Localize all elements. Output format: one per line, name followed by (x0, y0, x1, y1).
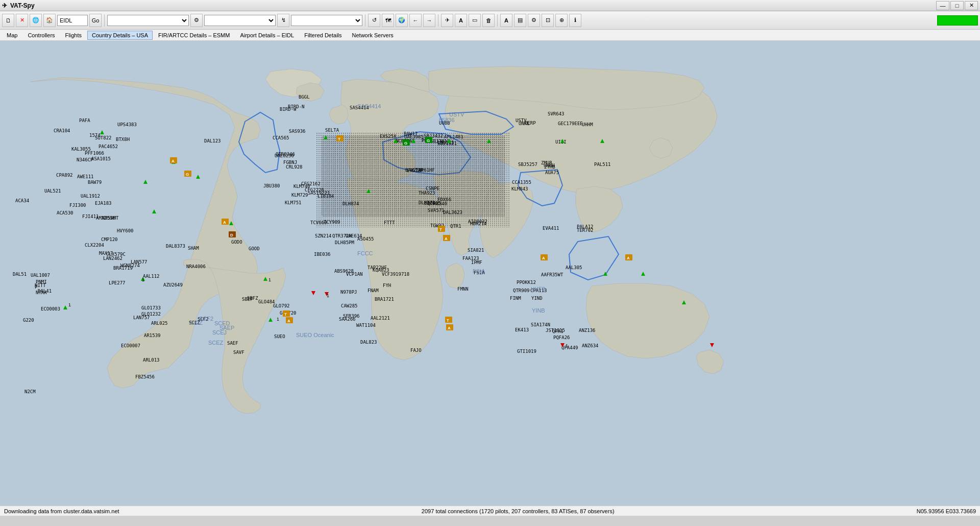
toolbar-A-btn[interactable]: A (455, 14, 467, 27)
svg-text:PAL511: PAL511 (594, 162, 611, 167)
toolbar-btn-3[interactable]: ↯ (277, 14, 289, 27)
titlebar: ✈ VAT-Spy — □ ✕ (0, 0, 980, 11)
dropdown-1[interactable] (107, 15, 189, 26)
svg-text:A: A (627, 256, 630, 260)
menu-country-details[interactable]: Country Details – USA (87, 31, 153, 40)
svg-text:ECO0003: ECO0003 (41, 306, 60, 312)
svg-text:GLO1733: GLO1733 (141, 305, 161, 310)
svg-text:P: P (35, 284, 38, 290)
minimize-button[interactable]: — (936, 1, 949, 10)
svg-text:PQFA26: PQFA26 (553, 335, 570, 340)
svg-text:FNAM: FNAM (368, 288, 379, 293)
svg-text:PAFA: PAFA (79, 118, 90, 123)
svg-text:PAC4652: PAC4652 (99, 144, 118, 149)
svg-text:1: 1 (277, 317, 279, 322)
svg-text:EXS25X: EXS25X (380, 134, 397, 139)
svg-text:SAEP: SAEP (219, 325, 234, 331)
dropdown-2[interactable] (204, 15, 276, 26)
menu-airport-details[interactable]: Airport Details – EIDL (235, 31, 299, 40)
close-button[interactable]: ✕ (965, 1, 978, 10)
svg-text:FYH: FYH (383, 283, 391, 288)
svg-text:PPOKK12: PPOKK12 (517, 280, 536, 285)
svg-text:SAS4414: SAS4414 (357, 103, 381, 109)
svg-text:GLO1232: GLO1232 (141, 312, 161, 317)
toolbar-refresh-button[interactable]: 🌐 (30, 14, 42, 27)
toolbar-A2-btn[interactable]: A (500, 14, 512, 27)
menu-flights[interactable]: Flights (61, 31, 86, 40)
titlebar-controls[interactable]: — □ ✕ (936, 1, 978, 10)
svg-text:SVA571: SVA571 (428, 208, 445, 213)
toolbar-filter-btn[interactable]: ⊡ (542, 14, 554, 27)
toolbar-stop-button[interactable]: ✕ (16, 14, 28, 27)
svg-text:CPA892: CPA892 (56, 173, 73, 178)
toolbar-home-button[interactable]: 🏠 (43, 14, 56, 27)
toolbar-btn-2[interactable]: ⚙ (190, 14, 203, 27)
svg-text:BIRD-N: BIRD-N (288, 104, 305, 109)
svg-text:ANZ634: ANZ634 (582, 343, 599, 348)
svg-text:AAL305: AAL305 (566, 265, 582, 270)
svg-text:ACA530: ACA530 (57, 210, 74, 216)
titlebar-title: ✈ VAT-Spy (2, 2, 35, 9)
svg-text:GEC179EEE: GEC179EEE (558, 121, 583, 126)
app-icon: ✈ (2, 2, 7, 9)
toolbar-zoom-btn[interactable]: ⊕ (555, 14, 568, 27)
svg-text:AUA75: AUA75 (545, 170, 559, 175)
svg-text:BAW79: BAW79 (88, 180, 102, 185)
svg-text:A: A (223, 220, 226, 225)
toolbar-del-btn[interactable]: 🗑 (482, 14, 495, 27)
go-button[interactable]: Go (89, 14, 102, 27)
menu-controllers[interactable]: Controllers (23, 31, 59, 40)
svg-text:TAP61HF: TAP61HF (415, 168, 435, 173)
svg-text:PNMI: PNMI (36, 279, 47, 284)
svg-text:T: T (439, 227, 442, 232)
svg-text:SUEO: SUEO (274, 334, 285, 339)
toolbar-back-btn[interactable]: ← (409, 14, 422, 27)
svg-text:CRL928: CRL928 (286, 164, 303, 170)
svg-text:QTR909: QTR909 (513, 288, 530, 293)
toolbar-forward-btn[interactable]: → (423, 14, 435, 27)
app-title: VAT-Spy (10, 2, 35, 9)
svg-text:FDX66: FDX66 (437, 197, 451, 202)
callsign-input[interactable] (57, 15, 88, 26)
svg-text:IPMF: IPMF (471, 260, 482, 265)
toolbar-info-btn[interactable]: ℹ (569, 14, 581, 27)
menu-map[interactable]: Map (2, 31, 22, 40)
menu-filtered-details[interactable]: Filtered Details (300, 31, 346, 40)
map-container[interactable]: UAL521 ACA34 ACA530 UAL1007 DAL41 DAL51 … (0, 41, 980, 506)
menu-network-servers[interactable]: Network Servers (348, 31, 398, 40)
dropdown-3[interactable] (291, 15, 362, 26)
svg-text:BGGL: BGGL (299, 94, 310, 100)
svg-text:CRA104: CRA104 (54, 128, 70, 133)
statusbar: Downloading data from cluster.data.vatsi… (0, 506, 980, 516)
svg-text:A: A (542, 256, 545, 260)
svg-text:SVR643: SVR643 (548, 111, 565, 116)
svg-text:2YHB: 2YHB (544, 164, 555, 170)
toolbar-reload-btn[interactable]: ↺ (368, 14, 380, 27)
svg-text:GLO792: GLO792 (273, 303, 290, 308)
svg-text:AAL112: AAL112 (143, 274, 160, 279)
toolbar-box-btn[interactable]: ▭ (469, 14, 481, 27)
toolbar-settings-btn[interactable]: ⚙ (528, 14, 540, 27)
menu-fir-details[interactable]: FIR/ARTCC Details – ESMM (154, 31, 234, 40)
svg-text:SAS936: SAS936 (289, 129, 306, 134)
toolbar-map-btn[interactable]: 🗺 (382, 14, 394, 27)
maximize-button[interactable]: □ (950, 1, 964, 10)
toolbar-grid-btn[interactable]: ▤ (514, 14, 526, 27)
svg-text:AZU2649: AZU2649 (163, 282, 183, 288)
svg-text:AIO8032: AIO8032 (468, 219, 487, 224)
svg-text:ARL025: ARL025 (151, 321, 168, 326)
svg-text:KLM751: KLM751 (285, 200, 302, 205)
svg-text:UAL1912: UAL1912 (81, 194, 100, 199)
svg-text:KLM729: KLM729 (291, 193, 308, 198)
svg-text:A: A (287, 319, 290, 323)
svg-text:SBJ1521: SBJ1521 (437, 141, 457, 146)
menubar: Map Controllers Flights Country Details … (0, 30, 980, 41)
map-svg[interactable]: UAL521 ACA34 ACA530 UAL1007 DAL41 DAL51 … (0, 41, 980, 506)
svg-text:LAN2462: LAN2462 (103, 256, 122, 261)
svg-text:KLM843: KLM843 (511, 186, 528, 192)
toolbar-plane-btn[interactable]: ✈ (441, 14, 453, 27)
toolbar-new-button[interactable]: 🗋 (2, 14, 14, 27)
toolbar-globe-btn[interactable]: 🌍 (396, 14, 408, 27)
svg-text:BTX8H: BTX8H (116, 137, 130, 142)
svg-text:CAW285: CAW285 (341, 303, 358, 308)
